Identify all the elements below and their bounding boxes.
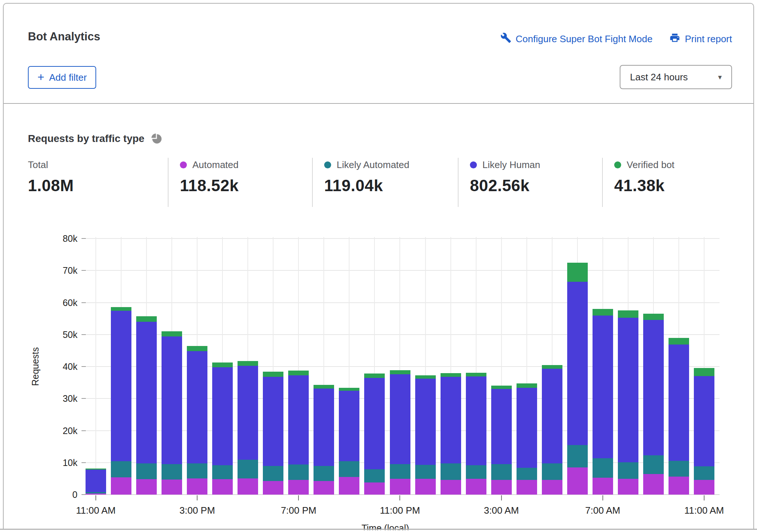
bar-2-00-pm[interactable]	[162, 331, 182, 495]
bar-3-00-pm[interactable]	[187, 346, 207, 495]
configure-super-bot-fight-mode-link[interactable]: Configure Super Bot Fight Mode	[500, 32, 653, 46]
bar-segment-automated	[491, 480, 512, 495]
bar-segment-verified-bot	[618, 310, 638, 317]
time-range-value: Last 24 hours	[630, 72, 688, 83]
bar-segment-verified-bot	[517, 383, 537, 387]
bar-segment-verified-bot	[314, 385, 334, 389]
configure-link-label: Configure Super Bot Fight Mode	[516, 33, 653, 45]
add-filter-button[interactable]: + Add filter	[28, 66, 96, 89]
bar-segment-likely-automated	[339, 461, 359, 477]
y-tick-label: 80k	[63, 233, 78, 244]
bar-segment-likely-automated	[263, 466, 283, 481]
bar-segment-likely-automated	[643, 455, 664, 474]
bar-segment-likely-automated	[136, 463, 157, 479]
bar-10-00-pm[interactable]	[364, 374, 385, 495]
bar-11-00-am[interactable]	[86, 469, 106, 495]
bar-segment-automated	[441, 480, 461, 495]
stat-total[interactable]: Total 1.08M	[28, 159, 74, 195]
chevron-down-icon: ▾	[718, 73, 722, 81]
bar-segment-likely-human	[187, 351, 207, 463]
pie-chart-icon[interactable]	[151, 133, 162, 144]
bar-6-00-am[interactable]	[567, 263, 588, 495]
bar-segment-verified-bot	[136, 316, 157, 322]
bar-11-00-am[interactable]	[694, 368, 714, 495]
stat-value: 118.52k	[180, 176, 239, 195]
wrench-icon	[500, 32, 511, 46]
bar-segment-automated	[162, 480, 182, 495]
bar-segment-likely-automated	[390, 464, 410, 479]
bar-4-00-pm[interactable]	[212, 362, 233, 495]
stat-verified-bot[interactable]: Verified bot 41.38k	[614, 159, 674, 195]
bar-12-00-pm[interactable]	[111, 307, 131, 495]
bar-segment-automated	[593, 478, 613, 495]
bar-segment-likely-automated	[314, 466, 334, 481]
bar-segment-likely-automated	[441, 463, 461, 480]
bar-segment-likely-human	[364, 378, 385, 470]
panel-bottom-border	[0, 529, 757, 530]
y-tick-label: 30k	[63, 393, 78, 404]
bar-1-00-pm[interactable]	[136, 316, 157, 495]
bar-segment-likely-human	[567, 282, 588, 445]
bar-segment-likely-human	[618, 318, 638, 462]
header-separator	[4, 103, 753, 104]
header-actions: Configure Super Bot Fight Mode Print rep…	[500, 32, 732, 46]
stat-label: Likely Human	[482, 159, 540, 171]
y-tick-label: 70k	[63, 265, 78, 276]
bar-segment-likely-human	[669, 345, 689, 461]
bar-segment-verified-bot	[339, 388, 359, 391]
bar-10-00-am[interactable]	[669, 338, 689, 495]
requests-by-traffic-type-chart[interactable]: 010k20k30k40k50k60k70k80k11:00 AM3:00 PM…	[4, 224, 757, 530]
bar-4-00-am[interactable]	[517, 383, 537, 495]
bar-segment-automated	[542, 480, 562, 495]
stat-label: Total	[28, 159, 48, 171]
bar-segment-likely-human	[86, 470, 106, 492]
x-tick-label: 11:00 PM	[380, 505, 420, 516]
stat-label: Verified bot	[627, 159, 674, 171]
stat-likely-human[interactable]: Likely Human 802.56k	[470, 159, 540, 195]
bar-segment-verified-bot	[669, 338, 689, 345]
bar-segment-verified-bot	[111, 307, 131, 311]
bar-segment-likely-automated	[86, 492, 106, 493]
stat-likely-automated[interactable]: Likely Automated 119.04k	[324, 159, 409, 195]
bar-12-00-am[interactable]	[415, 375, 436, 495]
bar-segment-likely-automated	[491, 464, 512, 480]
bar-9-00-am[interactable]	[643, 314, 664, 495]
bar-11-00-pm[interactable]	[390, 370, 410, 495]
bar-8-00-am[interactable]	[618, 310, 638, 495]
bar-segment-automated	[567, 467, 588, 495]
bar-7-00-pm[interactable]	[288, 371, 309, 495]
bar-segment-verified-bot	[238, 361, 258, 366]
y-tick-label: 50k	[63, 329, 78, 340]
bar-segment-likely-human	[643, 320, 664, 455]
print-report-link[interactable]: Print report	[669, 32, 732, 46]
bar-segment-verified-bot	[390, 370, 410, 374]
bar-segment-automated	[694, 480, 714, 495]
stat-value: 802.56k	[470, 176, 540, 195]
bar-7-00-am[interactable]	[593, 309, 613, 495]
bar-segment-automated	[517, 480, 537, 495]
bar-segment-likely-automated	[593, 458, 613, 477]
bar-9-00-pm[interactable]	[339, 388, 359, 495]
bar-segment-likely-human	[212, 367, 233, 465]
bar-3-00-am[interactable]	[491, 386, 512, 495]
plus-icon: +	[37, 71, 44, 83]
bar-5-00-pm[interactable]	[238, 361, 258, 495]
bar-segment-automated	[415, 479, 436, 495]
automated-dot	[180, 161, 187, 168]
stat-automated[interactable]: Automated 118.52k	[180, 159, 239, 195]
bar-2-00-am[interactable]	[466, 373, 486, 495]
bar-segment-verified-bot	[162, 331, 182, 336]
bar-segment-likely-human	[542, 369, 562, 463]
bar-8-00-pm[interactable]	[314, 385, 334, 495]
bar-6-00-pm[interactable]	[263, 372, 283, 495]
bar-segment-likely-automated	[187, 463, 207, 479]
bar-segment-verified-bot	[542, 365, 562, 369]
time-range-dropdown[interactable]: Last 24 hours ▾	[620, 65, 732, 89]
bar-5-00-am[interactable]	[542, 365, 562, 495]
bar-1-00-am[interactable]	[441, 373, 461, 495]
bar-segment-likely-automated	[288, 464, 309, 480]
x-tick-label: 11:00 AM	[76, 505, 116, 516]
bar-segment-likely-human	[263, 377, 283, 466]
bar-segment-likely-automated	[694, 466, 714, 480]
bar-segment-likely-human	[491, 389, 512, 464]
